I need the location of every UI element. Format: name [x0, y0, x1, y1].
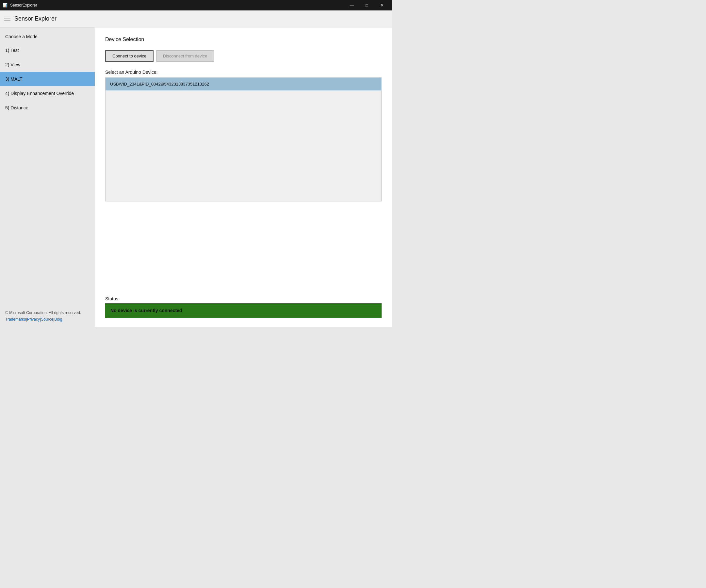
- disconnect-button: Disconnect from device: [156, 50, 214, 62]
- connect-button[interactable]: Connect to device: [105, 50, 154, 62]
- close-button[interactable]: ✕: [375, 0, 389, 10]
- section-title: Device Selection: [105, 37, 382, 42]
- menu-button[interactable]: [4, 17, 10, 21]
- sidebar-title: Choose a Mode: [0, 31, 95, 43]
- device-list[interactable]: USB\VID_2341&PID_0042\954323138373512132…: [105, 77, 382, 202]
- titlebar-app-name: SensorExplorer: [10, 3, 37, 7]
- app-header: Sensor Explorer: [0, 10, 392, 28]
- main-layout: Choose a Mode 1) Test 2) View 3) MALT 4)…: [0, 28, 392, 327]
- device-list-label: Select an Arduino Device:: [105, 70, 382, 75]
- sidebar-item-display-enhancement[interactable]: 4) Display Enhancement Override: [0, 86, 95, 100]
- titlebar-controls: — □ ✕: [344, 0, 389, 10]
- app-title: Sensor Explorer: [14, 15, 56, 22]
- sidebar-item-distance[interactable]: 5) Distance: [0, 100, 95, 115]
- sidebar-footer: © Microsoft Corporation. All rights rese…: [0, 305, 95, 327]
- device-item[interactable]: USB\VID_2341&PID_0042\954323138373512132…: [106, 78, 381, 90]
- status-section: Status: No device is currently connected: [105, 296, 382, 318]
- hamburger-line3: [4, 20, 10, 21]
- sidebar-item-malt[interactable]: 3) MALT: [0, 72, 95, 86]
- hamburger-line1: [4, 17, 10, 17]
- button-row: Connect to device Disconnect from device: [105, 50, 382, 62]
- minimize-button[interactable]: —: [344, 0, 359, 10]
- footer-links: Trademarks | Privacy | Source | Blog: [5, 317, 89, 322]
- titlebar: 📊 SensorExplorer — □ ✕: [0, 0, 392, 10]
- blog-link[interactable]: Blog: [54, 317, 62, 322]
- content-area: Device Selection Connect to device Disco…: [95, 28, 392, 327]
- sidebar-item-view[interactable]: 2) View: [0, 57, 95, 72]
- status-bar: No device is currently connected: [105, 303, 382, 318]
- source-link[interactable]: Source: [41, 317, 53, 322]
- app-icon: 📊: [3, 3, 7, 7]
- sidebar-item-test[interactable]: 1) Test: [0, 43, 95, 57]
- status-label: Status:: [105, 296, 382, 301]
- status-text: No device is currently connected: [110, 308, 182, 313]
- privacy-link[interactable]: Privacy: [27, 317, 40, 322]
- footer-copyright: © Microsoft Corporation. All rights rese…: [5, 310, 89, 315]
- hamburger-line2: [4, 18, 10, 19]
- trademarks-link[interactable]: Trademarks: [5, 317, 26, 322]
- maximize-button[interactable]: □: [359, 0, 375, 10]
- titlebar-left: 📊 SensorExplorer: [3, 3, 37, 7]
- sidebar: Choose a Mode 1) Test 2) View 3) MALT 4)…: [0, 28, 95, 327]
